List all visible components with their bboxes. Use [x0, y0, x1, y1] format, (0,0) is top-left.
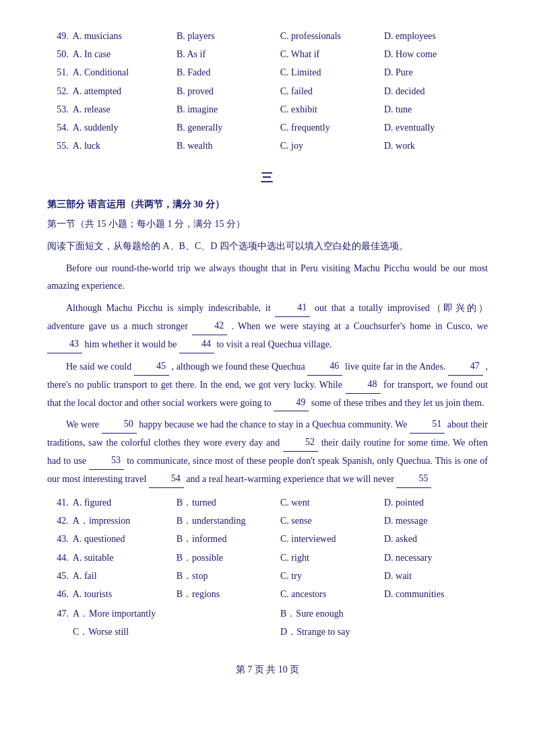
- q-opt-d: D. wait: [384, 567, 488, 585]
- q-opt-d: D. work: [384, 137, 488, 155]
- q-opt-a: A. release: [73, 100, 177, 118]
- q-opt-d: D. communities: [384, 585, 488, 603]
- part-header: 第三部分 语言运用（共两节，满分 30 分）: [47, 196, 488, 213]
- q47-a: A．More importantly: [73, 605, 280, 623]
- q47-row: 47. A．More importantly B．Sure enough: [47, 605, 488, 623]
- q-opt-c: C. interviewed: [280, 530, 384, 548]
- q-opt-d: D. decided: [384, 82, 488, 100]
- page-footer: 第 7 页 共 10 页: [47, 661, 488, 678]
- q-opt-d: D. How come: [384, 45, 488, 63]
- q-opt-c: C. went: [280, 493, 384, 512]
- list-item: 53. A. release B. imagine C. exhibit D. …: [47, 100, 488, 118]
- q47-num: 47.: [47, 605, 73, 623]
- q-opt-d: D. employees: [384, 27, 488, 45]
- q-opt-a: A. attempted: [73, 82, 177, 100]
- q-opt-c: C. exhibit: [280, 100, 384, 118]
- q47-row2: C．Worse still D．Strange to say: [47, 623, 488, 641]
- q-opt-c: C. right: [280, 549, 384, 567]
- list-item: 43. A. questioned B．informed C. intervie…: [47, 530, 488, 548]
- q47-d: D．Strange to say: [280, 623, 488, 641]
- q-num: 45.: [47, 567, 73, 585]
- q-opt-a: A. suitable: [73, 549, 177, 567]
- q-opt-a: A. fail: [73, 567, 177, 585]
- passage: Before our round-the-world trip we alway…: [47, 260, 488, 488]
- list-item: 52. A. attempted B. proved C. failed D. …: [47, 82, 488, 100]
- q-num: 49.: [47, 27, 73, 45]
- q-opt-c: C. frequently: [280, 118, 384, 137]
- q-opt-a: A. musicians: [73, 27, 177, 45]
- q-opt-c: C. Limited: [280, 63, 384, 81]
- list-item: 49. A. musicians B. players C. professio…: [47, 27, 488, 45]
- q-opt-c: C. professionals: [280, 27, 384, 45]
- q-opt-d: D. message: [384, 512, 488, 530]
- q-opt-b: B．possible: [177, 549, 280, 567]
- q-opt-d: D. Pure: [384, 63, 488, 81]
- q-opt-a: A. luck: [73, 137, 177, 155]
- q-opt-c: C. try: [280, 567, 384, 585]
- q-opt-b: B. wealth: [177, 137, 280, 155]
- reading-instruction: 阅读下面短文，从每题给的 A、B、C、D 四个选项中选出可以填入空白处的最佳选项…: [47, 238, 488, 254]
- q-opt-a: A. questioned: [73, 530, 177, 548]
- q-opt-c: C. joy: [280, 137, 384, 155]
- q-opt-d: D. tune: [384, 100, 488, 118]
- q-opt-a: A．impression: [73, 512, 177, 530]
- q-opt-b: B. generally: [177, 118, 280, 137]
- q-opt-a: A. Conditional: [73, 63, 177, 81]
- list-item: 42. A．impression B．understanding C. sens…: [47, 512, 488, 530]
- q-opt-b: B．regions: [177, 585, 280, 603]
- q-opt-d: D. eventually: [384, 118, 488, 137]
- list-item: 45. A. fail B．stop C. try D. wait: [47, 567, 488, 585]
- q-opt-c: C. What if: [280, 45, 384, 63]
- q-num: 44.: [47, 549, 73, 567]
- list-item: 51. A. Conditional B. Faded C. Limited D…: [47, 63, 488, 81]
- q-opt-b: B．understanding: [177, 512, 280, 530]
- q-num: 54.: [47, 118, 73, 137]
- q-opt-c: C. failed: [280, 82, 384, 100]
- q-opt-b: B．informed: [177, 530, 280, 548]
- q-opt-b: B. proved: [177, 82, 280, 100]
- q-opt-a: A. figured: [73, 493, 177, 512]
- list-item: 50. A. In case B. As if C. What if D. Ho…: [47, 45, 488, 63]
- top-questions-table: 49. A. musicians B. players C. professio…: [47, 27, 488, 155]
- q-opt-c: C. sense: [280, 512, 384, 530]
- section-header: 第一节（共 15 小题；每小题 1 分，满分 15 分）: [47, 215, 488, 232]
- passage-p1: Before our round-the-world trip we alway…: [47, 260, 488, 295]
- q-opt-b: B. Faded: [177, 63, 280, 81]
- section-three-title: 三: [47, 167, 488, 188]
- bottom-questions-table: 41. A. figured B．turned C. went D. point…: [47, 493, 488, 603]
- q-opt-b: B．turned: [177, 493, 280, 512]
- q-opt-d: D. necessary: [384, 549, 488, 567]
- passage-p3: He said we could 45 , although we found …: [47, 357, 488, 412]
- q-opt-d: D. pointed: [384, 493, 488, 512]
- q-opt-b: B．stop: [177, 567, 280, 585]
- q-opt-d: D. asked: [384, 530, 488, 548]
- q-num: 55.: [47, 137, 73, 155]
- passage-p2: Although Machu Picchu is simply indescri…: [47, 299, 488, 353]
- q-opt-c: C. ancestors: [280, 585, 384, 603]
- q-num: 43.: [47, 530, 73, 548]
- list-item: 55. A. luck B. wealth C. joy D. work: [47, 137, 488, 155]
- q-opt-a: A. In case: [73, 45, 177, 63]
- q-num: 41.: [47, 493, 73, 512]
- list-item: 46. A. tourists B．regions C. ancestors D…: [47, 585, 488, 603]
- q-opt-b: B. players: [177, 27, 280, 45]
- q-num: 42.: [47, 512, 73, 530]
- q-num: 50.: [47, 45, 73, 63]
- q47-b: B．Sure enough: [280, 605, 488, 623]
- q-num: 51.: [47, 63, 73, 81]
- q-opt-a: A. tourists: [73, 585, 177, 603]
- q-opt-b: B. imagine: [177, 100, 280, 118]
- list-item: 54. A. suddenly B. generally C. frequent…: [47, 118, 488, 137]
- q-num: 46.: [47, 585, 73, 603]
- q-opt-a: A. suddenly: [73, 118, 177, 137]
- footer-text: 第 7 页 共 10 页: [236, 664, 300, 675]
- q-num: 52.: [47, 82, 73, 100]
- list-item: 41. A. figured B．turned C. went D. point…: [47, 493, 488, 512]
- passage-p4: We were 50 happy because we had the chan…: [47, 415, 488, 488]
- q47-c: C．Worse still: [73, 623, 280, 641]
- q47-table: 47. A．More importantly B．Sure enough C．W…: [47, 605, 488, 641]
- list-item: 44. A. suitable B．possible C. right D. n…: [47, 549, 488, 567]
- q-opt-b: B. As if: [177, 45, 280, 63]
- q-num: 53.: [47, 100, 73, 118]
